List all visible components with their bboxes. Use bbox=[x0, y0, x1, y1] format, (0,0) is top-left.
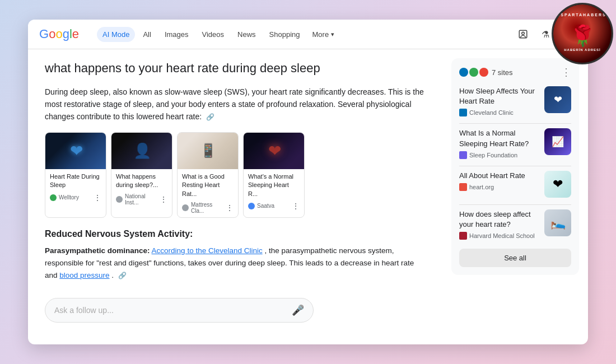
tab-images[interactable]: Images bbox=[159, 27, 194, 42]
source-domain-row-2: Sleep Foundation bbox=[459, 151, 539, 159]
labs-icon: ⚗ bbox=[542, 29, 549, 40]
source-icon-1 bbox=[50, 194, 57, 201]
card-image-2 bbox=[111, 133, 172, 169]
divider-3 bbox=[459, 204, 571, 205]
domain-name-3: heart.org bbox=[469, 184, 494, 190]
svg-point-1 bbox=[522, 32, 525, 35]
source-icon-3 bbox=[182, 204, 189, 211]
google-logo: Google bbox=[39, 27, 79, 41]
source-item-4[interactable]: How does sleep affect your heart rate? H… bbox=[459, 209, 571, 240]
tab-ai-mode[interactable]: AI Mode bbox=[97, 27, 135, 42]
source-text-1: How Sleep Affects Your Heart Rate Clevel… bbox=[459, 86, 539, 116]
tab-all[interactable]: All bbox=[137, 27, 156, 42]
citation-link-2[interactable]: 🔗 bbox=[118, 270, 127, 282]
domain-name-1: Cleveland Clinic bbox=[469, 109, 514, 116]
card-menu-3[interactable]: ⋮ bbox=[226, 203, 234, 212]
chevron-icon: ▾ bbox=[331, 31, 334, 38]
watermark-badge: ISPARTAHABERS 🌹 HABERİN ADRESİ bbox=[552, 3, 613, 64]
see-all-button[interactable]: See all bbox=[459, 249, 571, 267]
source-item-3[interactable]: All About Heart Rate heart.org ❤ bbox=[459, 171, 571, 198]
site-icon-1 bbox=[459, 68, 468, 77]
source-domain-row-4: Harvard Medical School bbox=[459, 232, 539, 240]
body-paragraph: Parasympathetic dominance: According to … bbox=[45, 245, 426, 282]
card-image-3 bbox=[178, 133, 239, 169]
source-item-2[interactable]: What Is a Normal Sleeping Heart Rate? Sl… bbox=[459, 128, 571, 158]
followup-placeholder: Ask a follow up... bbox=[54, 306, 287, 315]
left-panel: what happens to your heart rate during d… bbox=[28, 49, 442, 344]
source-domain-row-1: Cleveland Clinic bbox=[459, 109, 539, 116]
sources-count: 7 sites bbox=[492, 68, 558, 77]
favicon-3 bbox=[459, 183, 467, 191]
card-2[interactable]: What happens during sleep?... National I… bbox=[111, 132, 172, 218]
main-content: what happens to your heart rate during d… bbox=[28, 49, 588, 344]
card-image-4 bbox=[244, 133, 305, 169]
source-text-4: How does sleep affect your heart rate? H… bbox=[459, 209, 539, 240]
source-thumb-4: 🛌 bbox=[544, 209, 571, 236]
card-3[interactable]: What is a Good Resting Heart Rat... Matt… bbox=[177, 132, 239, 218]
image-search-button[interactable] bbox=[514, 25, 532, 43]
mic-icon[interactable]: 🎤 bbox=[292, 304, 304, 316]
source-icon-4 bbox=[248, 203, 255, 209]
cleveland-clinic-link[interactable]: According to the Cleveland Clinic bbox=[152, 246, 263, 255]
card-info-4: What's a Normal Sleeping Heart R... Saat… bbox=[244, 169, 304, 214]
source-title-1: How Sleep Affects Your Heart Rate bbox=[459, 86, 539, 106]
card-image-1 bbox=[45, 133, 106, 169]
top-bar: Google AI Mode All Images Videos News Sh… bbox=[28, 20, 588, 49]
card-info-1: Heart Rate During Sleep Welltory ⋮ bbox=[45, 169, 106, 206]
favicon-1 bbox=[459, 109, 467, 116]
source-text-2: What Is a Normal Sleeping Heart Rate? Sl… bbox=[459, 128, 539, 158]
watermark-text-bottom: HABERİN ADRESİ bbox=[553, 48, 612, 52]
card-title-3: What is a Good Resting Heart Rat... bbox=[182, 172, 234, 198]
query-title: what happens to your heart rate during d… bbox=[45, 60, 426, 77]
followup-input-container[interactable]: Ask a follow up... 🎤 bbox=[45, 298, 314, 323]
source-icon-2 bbox=[116, 196, 123, 203]
source-item-1[interactable]: How Sleep Affects Your Heart Rate Clevel… bbox=[459, 86, 571, 116]
sources-card: 7 sites ⋮ How Sleep Affects Your Heart R… bbox=[451, 58, 579, 275]
site-icon-2 bbox=[469, 68, 478, 77]
card-title-4: What's a Normal Sleeping Heart R... bbox=[248, 172, 300, 198]
source-thumb-1: ❤ bbox=[544, 86, 571, 113]
source-text-3: All About Heart Rate heart.org bbox=[459, 171, 539, 191]
card-source-4: Saatva ⋮ bbox=[248, 202, 300, 211]
browser-window: Google AI Mode All Images Videos News Sh… bbox=[28, 20, 588, 344]
sources-header: 7 sites ⋮ bbox=[459, 66, 571, 78]
site-icon-3 bbox=[479, 68, 488, 77]
card-source-1: Welltory ⋮ bbox=[50, 193, 101, 202]
card-title-1: Heart Rate During Sleep bbox=[50, 172, 101, 190]
watermark-text-top: ISPARTAHABERS bbox=[553, 13, 612, 17]
cards-row: Heart Rate During Sleep Welltory ⋮ What … bbox=[45, 132, 426, 218]
more-label: More bbox=[312, 30, 329, 39]
card-menu-1[interactable]: ⋮ bbox=[94, 193, 101, 202]
card-1[interactable]: Heart Rate During Sleep Welltory ⋮ bbox=[45, 132, 106, 218]
nav-tabs: AI Mode All Images Videos News Shopping … bbox=[97, 27, 501, 42]
citation-link[interactable]: 🔗 bbox=[206, 112, 214, 123]
domain-name-2: Sleep Foundation bbox=[469, 152, 517, 158]
divider-2 bbox=[459, 166, 571, 166]
favicon-4 bbox=[459, 232, 467, 240]
favicon-2 bbox=[459, 151, 467, 159]
tab-news[interactable]: News bbox=[232, 27, 262, 42]
card-info-3: What is a Good Resting Heart Rat... Matt… bbox=[178, 169, 238, 217]
divider-1 bbox=[459, 123, 571, 124]
more-menu[interactable]: More ▾ bbox=[308, 27, 339, 42]
source-title-4: How does sleep affect your heart rate? bbox=[459, 209, 539, 230]
card-menu-4[interactable]: ⋮ bbox=[292, 202, 300, 211]
card-4[interactable]: What's a Normal Sleeping Heart R... Saat… bbox=[243, 132, 305, 218]
card-info-2: What happens during sleep?... National I… bbox=[111, 169, 172, 209]
source-title-3: All About Heart Rate bbox=[459, 171, 539, 181]
source-thumb-3: ❤ bbox=[544, 171, 571, 198]
blood-pressure-link[interactable]: blood pressure bbox=[59, 271, 109, 279]
site-icons bbox=[459, 68, 488, 77]
right-panel: 7 sites ⋮ How Sleep Affects Your Heart R… bbox=[442, 49, 588, 344]
bold-label: Parasympathetic dominance: bbox=[45, 246, 150, 255]
card-title-2: What happens during sleep?... bbox=[116, 172, 167, 190]
sources-menu-button[interactable]: ⋮ bbox=[561, 66, 571, 78]
source-title-2: What Is a Normal Sleeping Heart Rate? bbox=[459, 128, 539, 148]
tab-videos[interactable]: Videos bbox=[197, 27, 230, 42]
tab-shopping[interactable]: Shopping bbox=[264, 27, 306, 42]
section-heading: Reduced Nervous System Activity: bbox=[45, 229, 426, 239]
card-menu-2[interactable]: ⋮ bbox=[160, 195, 167, 204]
card-source-3: Mattress Cla... ⋮ bbox=[182, 202, 234, 214]
card-source-2: National Inst... ⋮ bbox=[116, 193, 167, 206]
domain-name-4: Harvard Medical School bbox=[469, 232, 535, 239]
